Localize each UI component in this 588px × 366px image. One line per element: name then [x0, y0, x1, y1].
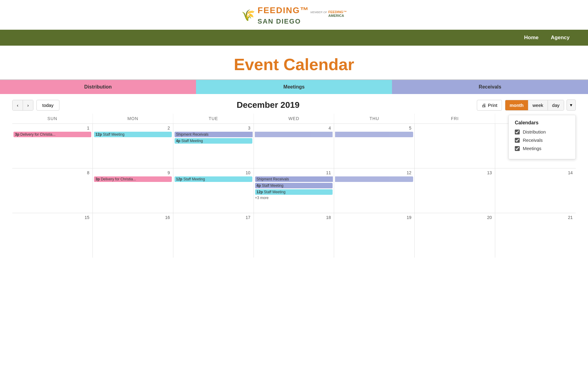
day-dec-3: 3 Shipment Receivals 4p Staff Meeting	[173, 124, 254, 168]
event-staff-meeting-4p-dec3[interactable]: 4p Staff Meeting	[175, 138, 252, 144]
event-staff-meeting-12p-dec11[interactable]: 12p Staff Meeting	[255, 189, 333, 195]
event-shipment-span-dec4[interactable]	[255, 132, 333, 137]
view-day-button[interactable]: day	[548, 100, 564, 110]
nav-agency[interactable]: Agency	[551, 35, 570, 41]
logo: 🌾	[241, 10, 255, 21]
view-month-button[interactable]: month	[505, 100, 528, 110]
event-shipment-dec3[interactable]: Shipment Receivals	[175, 132, 253, 137]
logo-feeding: FEEDING™	[258, 6, 309, 15]
checkbox-receivals[interactable]	[515, 138, 520, 143]
header-fri: FRI	[415, 114, 495, 123]
logo-member-of: MEMBER OF	[311, 11, 327, 14]
header-tue: TUE	[173, 114, 254, 123]
calendar-row-3: 15 16 17 18 19 20 21	[12, 213, 576, 258]
event-staff-meeting-4p-dec11[interactable]: 4p Staff Meeting	[255, 183, 333, 188]
calendar-controls: ‹ › today December 2019 🖨 Print month we…	[0, 94, 588, 114]
logo-san-diego: SAN DIEGO	[258, 17, 301, 25]
day-dec-13: 13	[415, 168, 495, 213]
today-button[interactable]: today	[36, 100, 59, 111]
header-thu: THU	[334, 114, 415, 123]
day-dec-8: 8	[12, 168, 93, 213]
category-bar: Distribution Meetings Receivals	[0, 80, 588, 94]
event-staff-meeting-dec2[interactable]: 12p Staff Meeting	[94, 132, 172, 137]
day-dec-4: 4	[254, 124, 334, 168]
view-week-button[interactable]: week	[528, 100, 548, 110]
day-dec-12: 12	[334, 168, 415, 213]
cal-checkbox-receivals: Receivals	[515, 138, 569, 143]
cal-checkbox-meetings: Meetings	[515, 146, 569, 151]
more-link-dec11[interactable]: +3 more	[255, 196, 333, 200]
logo-bar: 🌾 FEEDING™ MEMBER OF FEEDING™AMERICA SAN…	[0, 0, 588, 30]
day-dec-19: 19	[334, 213, 415, 258]
header-wed: WED	[254, 114, 334, 123]
calendar-row-1: 1 3p Delivery for Christia... 2 12p Staf…	[12, 124, 576, 168]
day-dec-11: 11 Shipment Receivals 4p Staff Meeting 1…	[254, 168, 334, 213]
next-button[interactable]: ›	[23, 100, 33, 110]
calendar-row-2: 8 9 3p Delivery for Christia... 10 12p S…	[12, 168, 576, 213]
category-meetings: Meetings	[196, 80, 392, 94]
event-delivery-dec1[interactable]: 3p Delivery for Christia...	[13, 132, 91, 137]
day-dec-2: 2 12p Staff Meeting	[93, 124, 173, 168]
day-dec-6	[415, 124, 495, 168]
event-delivery-dec9[interactable]: 3p Delivery for Christia...	[94, 176, 172, 182]
header-mon: MON	[93, 114, 173, 123]
calendars-dropdown: Calendars Distribution Receivals Meeting…	[508, 115, 576, 159]
event-staff-meeting-dec10[interactable]: 12p Staff Meeting	[175, 176, 252, 182]
event-shipment-span-dec5[interactable]	[335, 132, 413, 137]
cal-checkbox-distribution: Distribution	[515, 129, 569, 134]
category-distribution: Distribution	[0, 80, 196, 94]
view-controls: 🖨 Print month week day ▾	[477, 100, 576, 111]
nav-home[interactable]: Home	[524, 35, 538, 41]
view-group: month week day	[505, 100, 564, 111]
day-dec-17: 17	[173, 213, 254, 258]
page-title: Event Calendar	[0, 55, 588, 74]
view-dropdown-button[interactable]: ▾	[567, 100, 576, 111]
logo-container: 🌾 FEEDING™ MEMBER OF FEEDING™AMERICA SAN…	[241, 6, 347, 25]
category-receivals: Receivals	[392, 80, 588, 94]
day-dec-20: 20	[415, 213, 495, 258]
page-title-section: Event Calendar	[0, 46, 588, 80]
day-dec-14: 14	[495, 168, 576, 213]
calendar-wrapper: SUN MON TUE WED THU FRI SAT 1 3p Deliver…	[0, 114, 588, 270]
checkbox-meetings[interactable]	[515, 146, 520, 151]
logo-member-brand: FEEDING™AMERICA	[328, 10, 347, 17]
day-dec-15: 15	[12, 213, 93, 258]
month-title: December 2019	[59, 100, 477, 110]
event-shipment-span-dec12[interactable]	[335, 176, 413, 182]
printer-icon: 🖨	[481, 103, 486, 108]
event-shipment-dec11[interactable]: Shipment Receivals	[255, 176, 333, 182]
header-sun: SUN	[12, 114, 93, 123]
logo-text-right: FEEDING™ MEMBER OF FEEDING™AMERICA SAN D…	[258, 6, 347, 25]
wheat-icon: 🌾	[241, 10, 255, 21]
nav-bar: Home Agency	[0, 30, 588, 46]
day-dec-18: 18	[254, 213, 334, 258]
day-dec-10: 10 12p Staff Meeting	[173, 168, 254, 213]
nav-arrows: ‹ ›	[12, 100, 33, 111]
checkbox-distribution[interactable]	[515, 130, 520, 134]
calendars-title: Calendars	[515, 120, 569, 126]
day-headers: SUN MON TUE WED THU FRI SAT	[12, 114, 576, 124]
day-dec-16: 16	[93, 213, 173, 258]
day-dec-1: 1 3p Delivery for Christia...	[12, 124, 93, 168]
day-dec-5: 5	[334, 124, 415, 168]
day-dec-9: 9 3p Delivery for Christia...	[93, 168, 173, 213]
print-button[interactable]: 🖨 Print	[477, 100, 502, 111]
day-dec-21: 21	[495, 213, 576, 258]
prev-button[interactable]: ‹	[13, 100, 23, 110]
